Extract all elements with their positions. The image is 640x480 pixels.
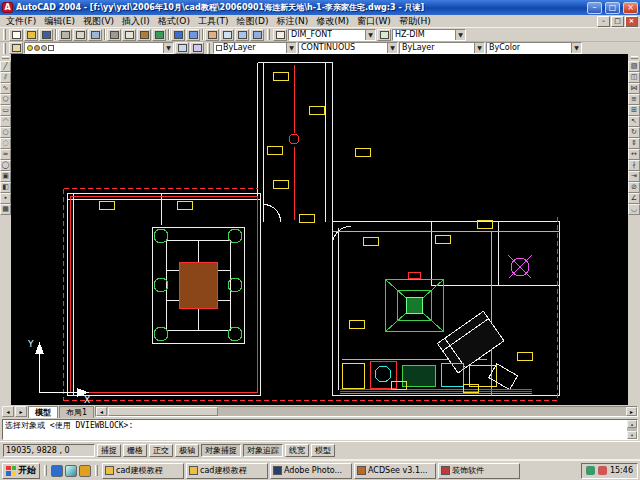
- text-style-combo[interactable]: DIM_FONT ▼: [288, 29, 376, 41]
- undo-button[interactable]: [171, 29, 185, 41]
- osnap-toggle[interactable]: 对象捕捉: [201, 444, 241, 457]
- menu-window[interactable]: 窗口(W): [353, 15, 395, 27]
- pan-button[interactable]: [205, 29, 219, 41]
- extend-button[interactable]: ⇥: [628, 171, 640, 182]
- dim-style-button[interactable]: [377, 29, 391, 41]
- minimize-button[interactable]: –: [587, 2, 602, 14]
- tab-nav-left-icon[interactable]: ◂: [2, 406, 14, 417]
- toolbar-grip[interactable]: [631, 56, 638, 59]
- circle-button[interactable]: ○: [0, 127, 11, 138]
- color-combo[interactable]: ByLayer ▼: [213, 42, 297, 54]
- toolbar-grip[interactable]: [207, 43, 210, 54]
- grid-toggle[interactable]: 栅格: [123, 444, 147, 457]
- rotate-button[interactable]: ↻: [628, 127, 640, 138]
- combo-dropdown-arrow-icon[interactable]: ▼: [387, 43, 397, 53]
- start-button[interactable]: 开始: [2, 463, 40, 479]
- combo-dropdown-arrow-icon[interactable]: ▼: [163, 43, 173, 53]
- plot-style-combo[interactable]: ByColor ▼: [486, 42, 582, 54]
- menu-dimension[interactable]: 标注(N): [272, 15, 312, 27]
- task-cad-tutorial-1[interactable]: cad建模教程: [102, 463, 184, 479]
- layer-combo[interactable]: ▼: [24, 42, 174, 54]
- internet-explorer-icon[interactable]: [51, 465, 63, 477]
- plot-preview-button[interactable]: [73, 29, 87, 41]
- combo-dropdown-arrow-icon[interactable]: ▼: [455, 30, 465, 40]
- close-button[interactable]: ×: [623, 2, 638, 14]
- make-object-layer-current-button[interactable]: [175, 42, 189, 54]
- scroll-up-icon[interactable]: ▴: [627, 420, 637, 428]
- scale-button[interactable]: ⇕: [628, 138, 640, 149]
- toolbar-grip[interactable]: [267, 29, 270, 40]
- polyline-button[interactable]: ∿: [0, 83, 11, 94]
- erase-button[interactable]: ▨: [628, 61, 640, 72]
- new-button[interactable]: [9, 29, 23, 41]
- combo-dropdown-arrow-icon[interactable]: ▼: [286, 43, 296, 53]
- media-player-icon[interactable]: [79, 465, 91, 477]
- copy-object-button[interactable]: ◫: [628, 72, 640, 83]
- combo-dropdown-arrow-icon[interactable]: ▼: [365, 30, 375, 40]
- break-button[interactable]: ⊘: [628, 182, 640, 193]
- menu-file[interactable]: 文件(F): [2, 15, 40, 27]
- linetype-combo[interactable]: CONTINUOUS ▼: [298, 42, 398, 54]
- task-decor-software[interactable]: 装饰软件: [438, 463, 520, 479]
- command-scrollbar[interactable]: ▴ ▾: [627, 420, 637, 439]
- layer-on-bulb-icon[interactable]: [27, 45, 33, 51]
- toolbar-grip[interactable]: [3, 29, 6, 40]
- tray-ime-icon[interactable]: [598, 466, 607, 475]
- copy-button[interactable]: [122, 29, 136, 41]
- line-button[interactable]: ╱: [0, 61, 11, 72]
- layer-unlock-icon[interactable]: [41, 45, 47, 51]
- menu-insert[interactable]: 插入(I): [118, 15, 154, 27]
- offset-button[interactable]: ≡: [628, 94, 640, 105]
- save-button[interactable]: [39, 29, 53, 41]
- combo-dropdown-arrow-icon[interactable]: ▼: [474, 43, 484, 53]
- otrack-toggle[interactable]: 对象追踪: [243, 444, 283, 457]
- task-acdsee[interactable]: ACDSee v3.1...: [354, 463, 436, 479]
- menu-modify[interactable]: 修改(M): [312, 15, 353, 27]
- task-adobe-photoshop[interactable]: Adobe Photo...: [270, 463, 352, 479]
- insert-block-button[interactable]: ▣: [0, 171, 11, 182]
- toolbar-grip[interactable]: [3, 43, 6, 54]
- tab-nav-right-icon[interactable]: ▸: [15, 406, 27, 417]
- menu-draw[interactable]: 绘图(D): [232, 15, 272, 27]
- document-close-button[interactable]: ×: [625, 16, 638, 27]
- redo-button[interactable]: [186, 29, 200, 41]
- tab-layout1[interactable]: 布局1: [59, 406, 94, 418]
- maximize-button[interactable]: □: [605, 2, 620, 14]
- open-button[interactable]: [24, 29, 38, 41]
- horizontal-scrollbar[interactable]: ◂ ▸: [95, 406, 638, 417]
- horizontal-scroll-thumb[interactable]: [108, 407, 218, 416]
- chamfer-button[interactable]: ∠: [628, 193, 640, 204]
- drawing-canvas[interactable]: Y X: [11, 54, 628, 405]
- show-desktop-icon[interactable]: [65, 465, 77, 477]
- stretch-button[interactable]: ↔: [628, 149, 640, 160]
- toolbar-grip[interactable]: [2, 56, 9, 59]
- tab-model[interactable]: 模型: [28, 406, 58, 418]
- layer-thaw-sun-icon[interactable]: [34, 45, 40, 51]
- paste-button[interactable]: [137, 29, 151, 41]
- publish-button[interactable]: [88, 29, 102, 41]
- point-button[interactable]: ∙: [0, 193, 11, 204]
- menu-tools[interactable]: 工具(T): [194, 15, 233, 27]
- ellipse-button[interactable]: ◯: [0, 160, 11, 171]
- revision-cloud-button[interactable]: ◌: [0, 138, 11, 149]
- arc-button[interactable]: ◠: [0, 116, 11, 127]
- menu-format[interactable]: 格式(O): [154, 15, 194, 27]
- scroll-right-icon[interactable]: ▸: [626, 407, 637, 416]
- cut-button[interactable]: [107, 29, 121, 41]
- lineweight-combo[interactable]: ByLayer ▼: [399, 42, 485, 54]
- trim-button[interactable]: ∤: [628, 160, 640, 171]
- move-button[interactable]: ↖: [628, 116, 640, 127]
- lineweight-toggle[interactable]: 线宽: [285, 444, 309, 457]
- tray-antivirus-icon[interactable]: [586, 466, 595, 475]
- match-properties-button[interactable]: [152, 29, 166, 41]
- polygon-button[interactable]: ⬠: [0, 94, 11, 105]
- zoom-window-button[interactable]: [235, 29, 249, 41]
- plot-button[interactable]: [58, 29, 72, 41]
- scroll-down-icon[interactable]: ▾: [627, 431, 637, 439]
- fillet-button[interactable]: ◡: [628, 204, 640, 215]
- task-cad-tutorial-2[interactable]: cad建模教程: [186, 463, 268, 479]
- document-minimize-button[interactable]: –: [597, 16, 610, 27]
- zoom-realtime-button[interactable]: [220, 29, 234, 41]
- spline-button[interactable]: ≈: [0, 149, 11, 160]
- menu-edit[interactable]: 编辑(E): [40, 15, 79, 27]
